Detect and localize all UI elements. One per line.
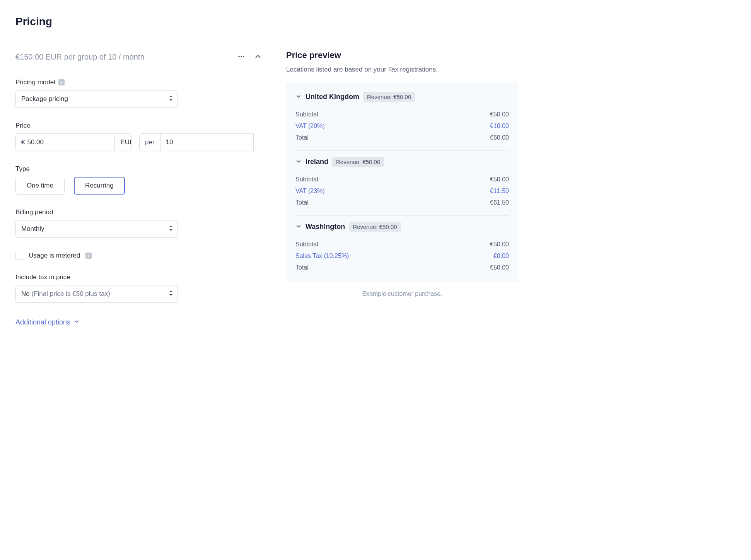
include-tax-value-suffix: (Final price is €50 plus tax) bbox=[31, 290, 110, 297]
line-value: €50.00 bbox=[490, 111, 509, 118]
region-name: United Kingdom bbox=[306, 93, 359, 101]
revenue-badge: Revenue: €50.00 bbox=[349, 222, 401, 232]
price-amount-input[interactable] bbox=[26, 134, 114, 151]
page-title: Pricing bbox=[15, 15, 263, 28]
pricing-model-select[interactable]: Package pricing bbox=[15, 90, 178, 108]
line-value: €10.00 bbox=[490, 123, 509, 130]
include-tax-label: Include tax in price bbox=[15, 273, 70, 281]
pricing-model-field: Pricing model i Package pricing bbox=[15, 79, 263, 108]
line-value: €50.00 bbox=[490, 176, 509, 183]
price-label: Price bbox=[15, 122, 31, 130]
line-value: €50.00 bbox=[490, 264, 509, 271]
price-field: Price € EUR per units bbox=[15, 122, 263, 151]
summary-actions bbox=[236, 51, 263, 63]
collapse-button[interactable] bbox=[253, 51, 263, 63]
chevron-down-icon[interactable] bbox=[295, 223, 302, 231]
more-horizontal-icon bbox=[237, 53, 245, 61]
pricing-model-label: Pricing model bbox=[15, 79, 55, 86]
type-recurring-button[interactable]: Recurring bbox=[74, 177, 125, 195]
preview-region: United Kingdom Revenue: €50.00 Subtotal€… bbox=[286, 86, 518, 145]
additional-options-label: Additional options bbox=[15, 318, 70, 326]
price-preview-card: United Kingdom Revenue: €50.00 Subtotal€… bbox=[286, 83, 518, 280]
include-tax-select[interactable]: No (Final price is €50 plus tax) bbox=[15, 285, 178, 303]
additional-options-toggle[interactable]: Additional options bbox=[15, 318, 263, 326]
line-label: Total bbox=[295, 134, 309, 141]
units-count-input[interactable] bbox=[160, 134, 253, 151]
chevron-down-icon[interactable] bbox=[295, 158, 302, 166]
type-label: Type bbox=[15, 165, 30, 173]
line-label: Sales Tax (10.25%) bbox=[295, 253, 349, 260]
svg-point-2 bbox=[243, 56, 244, 57]
line-value: €50.00 bbox=[490, 241, 509, 248]
units-label: units bbox=[253, 134, 255, 151]
metered-checkbox[interactable] bbox=[15, 252, 23, 260]
include-tax-field: Include tax in price No (Final price is … bbox=[15, 273, 263, 303]
currency-symbol: € bbox=[16, 134, 26, 151]
region-name: Washington bbox=[306, 223, 345, 231]
chevron-down-icon[interactable] bbox=[295, 93, 302, 101]
chevron-down-icon bbox=[73, 318, 80, 326]
price-preview-subtitle: Locations listed are based on your Tax r… bbox=[286, 66, 518, 73]
type-field: Type One time Recurring bbox=[15, 165, 263, 195]
line-label: Subtotal bbox=[295, 241, 318, 248]
divider bbox=[15, 342, 263, 342]
chevron-up-icon bbox=[254, 53, 261, 61]
line-label: VAT (20%) bbox=[295, 123, 325, 130]
line-value: €60.00 bbox=[490, 134, 509, 141]
include-tax-value-prefix: No bbox=[21, 290, 30, 297]
billing-period-select[interactable]: Monthly bbox=[15, 220, 178, 238]
line-label: VAT (23%) bbox=[295, 188, 325, 195]
info-icon[interactable]: i bbox=[58, 79, 65, 85]
line-value: €11.50 bbox=[490, 188, 509, 195]
preview-region: Ireland Revenue: €50.00 Subtotal€50.00 V… bbox=[286, 151, 518, 210]
metered-label: Usage is metered bbox=[29, 252, 80, 260]
pricing-summary-row: €150.00 EUR per group of 10 / month bbox=[15, 51, 263, 63]
preview-region: Washington Revenue: €50.00 Subtotal€50.0… bbox=[286, 216, 518, 275]
svg-point-0 bbox=[238, 56, 240, 57]
more-button[interactable] bbox=[236, 51, 247, 63]
revenue-badge: Revenue: €50.00 bbox=[332, 157, 384, 167]
region-name: Ireland bbox=[306, 158, 328, 166]
example-note: Example customer purchase. bbox=[286, 290, 518, 297]
line-label: Subtotal bbox=[295, 111, 318, 118]
receipt-edge bbox=[286, 279, 518, 284]
line-label: Total bbox=[295, 264, 309, 271]
currency-code: EUR bbox=[120, 138, 131, 146]
billing-period-label: Billing period bbox=[15, 208, 53, 216]
line-value: €0.00 bbox=[493, 253, 509, 260]
billing-period-field: Billing period Monthly bbox=[15, 208, 263, 238]
pricing-summary-text: €150.00 EUR per group of 10 / month bbox=[15, 53, 145, 61]
line-label: Subtotal bbox=[295, 176, 318, 183]
svg-point-1 bbox=[241, 56, 242, 57]
type-one-time-button[interactable]: One time bbox=[15, 177, 65, 195]
currency-select[interactable]: EUR bbox=[114, 134, 131, 151]
metered-field: Usage is metered i bbox=[15, 252, 263, 260]
line-label: Total bbox=[295, 199, 309, 206]
revenue-badge: Revenue: €50.00 bbox=[363, 92, 415, 102]
per-label: per bbox=[140, 134, 160, 151]
line-value: €61.50 bbox=[490, 199, 509, 206]
info-icon[interactable]: i bbox=[85, 253, 92, 259]
price-preview-title: Price preview bbox=[286, 50, 518, 60]
